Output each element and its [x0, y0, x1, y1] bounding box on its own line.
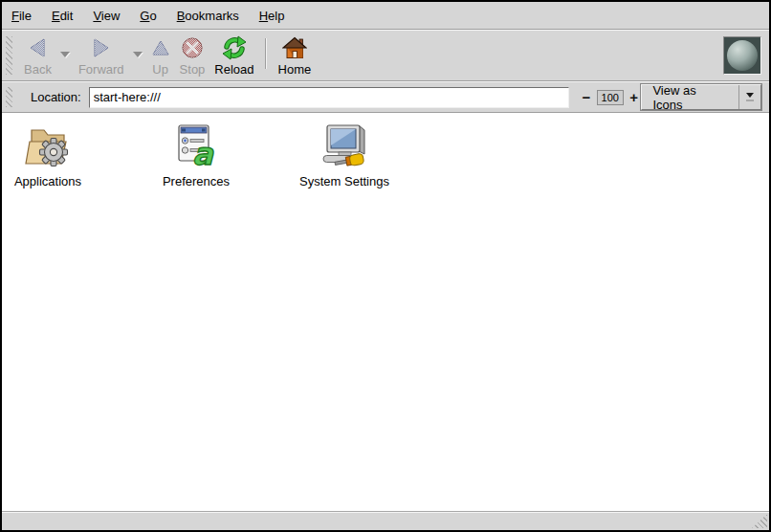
view-as-dropdown[interactable]: View as Icons [641, 84, 761, 110]
chevron-down-icon [60, 52, 70, 57]
toolbar-grip[interactable] [6, 36, 12, 75]
menu-edit[interactable]: Edit [52, 9, 73, 23]
system-settings-label: System Settings [285, 174, 404, 188]
preferences-label: Preferences [142, 174, 251, 188]
resize-grip[interactable] [752, 514, 767, 528]
icon-view: Applications a Preferences [2, 113, 769, 511]
home-icon [282, 34, 307, 61]
applications-item[interactable]: Applications [4, 122, 92, 188]
forward-history-dropdown[interactable] [129, 50, 146, 59]
menu-help[interactable]: Help [259, 9, 285, 23]
view-as-label: View as Icons [642, 83, 738, 112]
stop-icon [181, 34, 204, 61]
svg-text:a: a [192, 136, 214, 170]
back-button[interactable]: Back [19, 33, 56, 78]
forward-button[interactable]: Forward [74, 33, 129, 78]
applications-folder-icon [4, 122, 92, 170]
menu-bookmarks[interactable]: Bookmarks [177, 9, 239, 23]
up-icon [151, 34, 170, 61]
menu-view[interactable]: View [93, 9, 120, 23]
zoom-level-indicator[interactable]: 100 [597, 90, 624, 105]
chevron-down-icon [133, 52, 143, 57]
toolbar: Back Forward Up [2, 30, 769, 81]
preferences-icon: a [142, 122, 251, 170]
menu-go[interactable]: Go [140, 9, 156, 23]
back-history-dropdown[interactable] [56, 50, 74, 59]
menu-file[interactable]: File [11, 9, 32, 23]
menubar: File Edit View Go Bookmarks Help [2, 2, 769, 30]
location-label: Location: [31, 90, 81, 104]
zoom-in-button[interactable]: + [627, 89, 642, 105]
preferences-item[interactable]: a Preferences [142, 122, 251, 188]
back-icon [26, 34, 49, 61]
throbber [723, 36, 761, 75]
applications-label: Applications [4, 174, 92, 188]
forward-icon [90, 34, 113, 61]
toolbar-separator [265, 38, 266, 69]
location-input[interactable] [89, 87, 569, 108]
home-button[interactable]: Home [274, 33, 317, 78]
system-settings-icon [285, 122, 404, 170]
up-button[interactable]: Up [146, 33, 175, 78]
file-manager-window: File Edit View Go Bookmarks Help Back [0, 0, 771, 532]
reload-icon [222, 34, 247, 61]
location-bar: Location: − 100 + View as Icons [2, 81, 769, 113]
status-bar [2, 511, 769, 530]
reload-button[interactable]: Reload [209, 33, 258, 78]
view-as-dropdown-arrow-icon [738, 85, 760, 109]
system-settings-item[interactable]: System Settings [285, 122, 404, 188]
throbber-sphere-icon [727, 40, 758, 71]
zoom-out-button[interactable]: − [579, 89, 594, 105]
locationbar-grip[interactable] [6, 87, 12, 107]
stop-button[interactable]: Stop [175, 33, 210, 78]
